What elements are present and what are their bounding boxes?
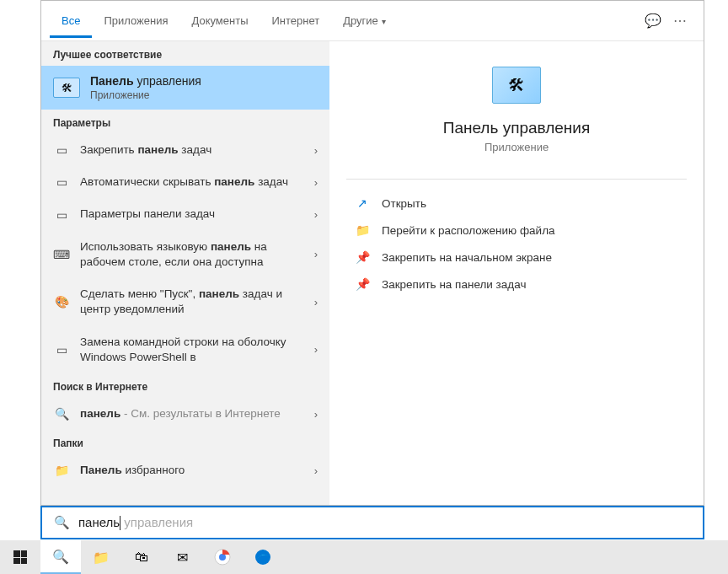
- web-search-item[interactable]: 🔍 панель - См. результаты в Интернете ›: [41, 398, 329, 430]
- chevron-right-icon: ›: [314, 248, 318, 260]
- tab-more[interactable]: Другие▾: [331, 3, 398, 38]
- search-results-panel: Все Приложения Документы Интернет Другие…: [40, 0, 704, 506]
- tab-documents[interactable]: Документы: [179, 3, 260, 38]
- settings-item[interactable]: ▭ Параметры панели задач ›: [41, 198, 329, 230]
- divider: [346, 179, 687, 180]
- preview-title: Панель управления: [443, 119, 591, 137]
- display-icon: ▭: [53, 143, 70, 157]
- action-pin-taskbar[interactable]: 📌Закрепить на панели задач: [346, 271, 687, 298]
- chevron-right-icon: ›: [314, 176, 318, 189]
- start-button[interactable]: [0, 540, 40, 574]
- section-settings: Параметры: [41, 110, 329, 134]
- chevron-down-icon: ▾: [382, 17, 386, 26]
- settings-item[interactable]: ⌨ Использовать языковую панель на рабоче…: [41, 231, 329, 278]
- display-icon: ▭: [53, 343, 70, 357]
- taskbar-explorer[interactable]: 📁: [81, 540, 121, 574]
- preview-actions: ↗Открыть 📁Перейти к расположению файла 📌…: [346, 190, 687, 298]
- taskbar-chrome[interactable]: [202, 540, 243, 574]
- taskbar-mail[interactable]: ✉: [162, 540, 202, 574]
- taskbar-edge[interactable]: [243, 540, 283, 574]
- keyboard-icon: ⌨: [53, 248, 70, 261]
- display-icon: ▭: [53, 208, 70, 222]
- best-match-item[interactable]: 🛠 Панель управления Приложение: [41, 66, 329, 110]
- filter-tabs: Все Приложения Документы Интернет Другие…: [41, 1, 704, 41]
- more-options-icon[interactable]: ⋯: [673, 13, 687, 29]
- chevron-right-icon: ›: [314, 208, 318, 221]
- section-web-search: Поиск в Интернете: [41, 373, 329, 398]
- search-input[interactable]: 🔍 панель управления: [40, 506, 704, 539]
- settings-item[interactable]: ▭ Замена командной строки на оболочку Wi…: [41, 326, 329, 373]
- palette-icon: 🎨: [53, 295, 70, 308]
- control-panel-icon: 🛠: [53, 78, 80, 98]
- chevron-right-icon: ›: [314, 464, 318, 477]
- settings-item[interactable]: ▭ Закрепить панель задач ›: [41, 134, 329, 166]
- search-icon: 🔍: [54, 515, 70, 530]
- pin-icon: 📌: [355, 277, 370, 291]
- action-open[interactable]: ↗Открыть: [346, 190, 687, 217]
- pin-icon: 📌: [355, 250, 370, 264]
- preview-subtitle: Приложение: [484, 141, 549, 153]
- folder-item[interactable]: 📁 Панель избранного ›: [41, 454, 329, 486]
- tab-all[interactable]: Все: [50, 3, 92, 38]
- tab-apps[interactable]: Приложения: [92, 3, 179, 38]
- settings-item[interactable]: ▭ Автоматически скрывать панель задач ›: [41, 166, 329, 198]
- chevron-right-icon: ›: [314, 343, 318, 356]
- taskbar-search[interactable]: 🔍: [40, 540, 81, 574]
- preview-app-icon: 🛠: [492, 67, 541, 104]
- svg-point-2: [255, 550, 270, 565]
- preview-pane: 🛠 Панель управления Приложение ↗Открыть …: [329, 41, 704, 505]
- search-icon: 🔍: [53, 407, 70, 421]
- taskbar-store[interactable]: 🛍: [121, 540, 162, 574]
- open-icon: ↗: [355, 196, 370, 210]
- chevron-right-icon: ›: [314, 408, 318, 421]
- folder-icon: 📁: [53, 464, 70, 477]
- action-pin-start[interactable]: 📌Закрепить на начальном экране: [346, 244, 687, 271]
- section-folders: Папки: [41, 430, 329, 454]
- settings-item[interactable]: 🎨 Сделать меню "Пуск", панель задач и це…: [41, 278, 329, 325]
- taskbar: 🔍 📁 🛍 ✉: [0, 540, 728, 574]
- results-list: Лучшее соответствие 🛠 Панель управления …: [41, 41, 329, 505]
- display-icon: ▭: [53, 175, 70, 189]
- folder-open-icon: 📁: [355, 223, 370, 237]
- tab-web[interactable]: Интернет: [260, 3, 331, 38]
- feedback-icon[interactable]: 💬: [645, 13, 661, 29]
- chevron-right-icon: ›: [314, 296, 318, 308]
- section-best-match: Лучшее соответствие: [41, 41, 329, 66]
- action-open-location[interactable]: 📁Перейти к расположению файла: [346, 217, 687, 244]
- chevron-right-icon: ›: [314, 144, 318, 157]
